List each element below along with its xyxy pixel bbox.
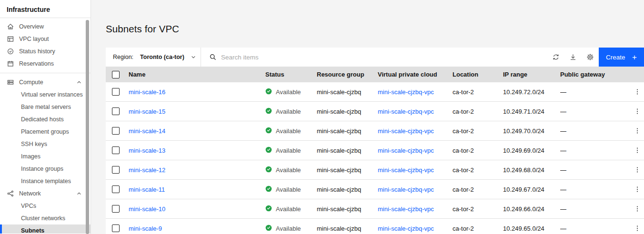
sidebar-item-status-history[interactable]: Status history bbox=[0, 45, 91, 58]
sidebar-item-label: Bare metal servers bbox=[21, 104, 71, 110]
search-input[interactable] bbox=[221, 54, 547, 61]
chevron-up-icon bbox=[76, 191, 82, 196]
sidebar-item-bare-metal-servers[interactable]: Bare metal servers bbox=[0, 101, 91, 113]
sidebar-item-reservations[interactable]: Reservations bbox=[0, 58, 91, 70]
subnet-name-link[interactable]: mini-scale-12 bbox=[129, 166, 165, 174]
public-gateway-value: — bbox=[560, 225, 566, 232]
row-overflow-menu-button[interactable] bbox=[630, 141, 644, 160]
resource-group-value: mini-scale-cjzbq bbox=[317, 186, 361, 193]
sidebar-item-placement-groups[interactable]: Placement groups bbox=[0, 126, 91, 138]
row-checkbox[interactable] bbox=[112, 205, 120, 213]
scrollbar-thumb[interactable] bbox=[86, 20, 89, 234]
plus-icon: + bbox=[632, 53, 637, 61]
row-checkbox[interactable] bbox=[112, 107, 120, 115]
subnet-name-link[interactable]: mini-scale-9 bbox=[129, 225, 162, 232]
subnet-name-link[interactable]: mini-scale-14 bbox=[129, 127, 165, 135]
public-gateway-value: — bbox=[560, 108, 566, 115]
location-value: ca-tor-2 bbox=[453, 108, 474, 115]
row-checkbox[interactable] bbox=[112, 146, 120, 154]
resource-group-value: mini-scale-cjzbq bbox=[317, 108, 361, 115]
sidebar-item-label: Status history bbox=[19, 48, 55, 55]
sidebar-item-cluster-networks[interactable]: Cluster networks bbox=[0, 212, 91, 224]
vpc-link[interactable]: mini-scale-cjzbq-vpc bbox=[378, 225, 434, 232]
row-overflow-menu-button[interactable] bbox=[630, 121, 644, 140]
status-label: Available bbox=[276, 166, 301, 174]
resource-group-value: mini-scale-cjzbq bbox=[317, 166, 361, 174]
vpc-link[interactable]: mini-scale-cjzbq-vpc bbox=[378, 166, 434, 174]
overflow-menu-icon bbox=[634, 205, 641, 213]
sidebar-item-vpc-layout[interactable]: VPC layout bbox=[0, 33, 91, 45]
sidebar-item-label: Dedicated hosts bbox=[21, 116, 64, 123]
chevron-up-icon bbox=[76, 79, 82, 85]
row-overflow-menu-button[interactable] bbox=[630, 82, 644, 101]
row-checkbox[interactable] bbox=[112, 185, 120, 193]
home-icon bbox=[7, 23, 14, 30]
sidebar-item-label: Instance groups bbox=[21, 166, 63, 172]
sidebar-item-vpcs[interactable]: VPCs bbox=[0, 200, 91, 212]
create-button[interactable]: Create + bbox=[599, 48, 644, 67]
chevron-down-icon bbox=[191, 54, 196, 60]
refresh-button[interactable] bbox=[547, 48, 564, 67]
table-row: mini-scale-10Availablemini-scale-cjzbqmi… bbox=[106, 199, 644, 219]
subnets-table: NameStatusResource groupVirtual private … bbox=[106, 67, 644, 234]
location-value: ca-tor-2 bbox=[453, 205, 474, 213]
table-row: mini-scale-13Availablemini-scale-cjzbqmi… bbox=[106, 141, 644, 160]
subnet-name-link[interactable]: mini-scale-16 bbox=[129, 88, 165, 96]
row-checkbox[interactable] bbox=[112, 224, 120, 232]
row-checkbox[interactable] bbox=[112, 127, 120, 135]
checkmark-filled-icon bbox=[265, 205, 272, 213]
vpc-link[interactable]: mini-scale-cjzbq-vpc bbox=[378, 127, 434, 135]
region-dropdown[interactable]: Toronto (ca-tor) bbox=[140, 54, 196, 60]
subnet-name-link[interactable]: mini-scale-13 bbox=[129, 147, 165, 154]
location-value: ca-tor-2 bbox=[453, 225, 474, 232]
row-checkbox[interactable] bbox=[112, 166, 120, 174]
sidebar-item-images[interactable]: Images bbox=[0, 150, 91, 163]
sidebar-scrollbar[interactable] bbox=[86, 19, 89, 234]
row-overflow-menu-button[interactable] bbox=[630, 199, 644, 218]
sidebar-section-network[interactable]: Network bbox=[0, 187, 91, 200]
checkmark-filled-icon bbox=[265, 224, 272, 233]
sidebar-divider bbox=[0, 73, 91, 73]
status-label: Available bbox=[276, 127, 301, 135]
status-label: Available bbox=[276, 205, 301, 213]
sidebar-section-compute[interactable]: Compute bbox=[0, 76, 91, 88]
checkmark-filled-icon bbox=[265, 146, 272, 155]
ip-range-value: 10.249.71.0/24 bbox=[503, 108, 544, 115]
vpc-link[interactable]: mini-scale-cjzbq-vpc bbox=[378, 186, 434, 193]
ip-range-value: 10.249.66.0/24 bbox=[503, 205, 544, 213]
subnet-name-link[interactable]: mini-scale-10 bbox=[129, 205, 165, 213]
sidebar-item-ssh-keys[interactable]: SSH keys bbox=[0, 138, 91, 150]
sidebar-item-label: SSH keys bbox=[21, 141, 47, 147]
sidebar-item-subnets[interactable]: Subnets bbox=[0, 224, 91, 234]
sidebar-item-dedicated-hosts[interactable]: Dedicated hosts bbox=[0, 113, 91, 126]
sidebar-item-virtual-server-instances[interactable]: Virtual server instances bbox=[0, 88, 91, 101]
subnet-name-link[interactable]: mini-scale-11 bbox=[129, 186, 165, 193]
overflow-menu-icon bbox=[634, 166, 641, 174]
overflow-menu-icon bbox=[634, 224, 641, 232]
row-checkbox[interactable] bbox=[112, 88, 120, 96]
download-button[interactable] bbox=[564, 48, 582, 67]
vpc-layout-icon bbox=[7, 35, 14, 43]
vpc-link[interactable]: mini-scale-cjzbq-vpc bbox=[378, 108, 434, 115]
sidebar-item-instance-groups[interactable]: Instance groups bbox=[0, 163, 91, 175]
row-overflow-menu-button[interactable] bbox=[630, 180, 644, 199]
table-row: mini-scale-12Availablemini-scale-cjzbqmi… bbox=[106, 160, 644, 180]
settings-button[interactable] bbox=[582, 48, 599, 67]
search-box bbox=[201, 53, 547, 61]
location-value: ca-tor-2 bbox=[453, 166, 474, 174]
sidebar-item-overview[interactable]: Overview bbox=[0, 20, 91, 33]
checkmark-filled-icon bbox=[265, 88, 272, 96]
row-overflow-menu-button[interactable] bbox=[630, 219, 644, 234]
sidebar-item-label: Placement groups bbox=[21, 128, 69, 135]
select-all-checkbox[interactable] bbox=[112, 71, 120, 78]
vpc-link[interactable]: mini-scale-cjzbq-vpc bbox=[378, 88, 434, 96]
public-gateway-value: — bbox=[560, 127, 566, 135]
vpc-link[interactable]: mini-scale-cjzbq-vpc bbox=[378, 205, 434, 213]
row-overflow-menu-button[interactable] bbox=[630, 160, 644, 179]
subnet-name-link[interactable]: mini-scale-15 bbox=[129, 108, 165, 115]
compute-icon bbox=[7, 78, 14, 86]
vpc-link[interactable]: mini-scale-cjzbq-vpc bbox=[378, 147, 434, 154]
sidebar-item-instance-templates[interactable]: Instance templates bbox=[0, 175, 91, 187]
region-label: Region: bbox=[113, 54, 133, 60]
row-overflow-menu-button[interactable] bbox=[630, 102, 644, 121]
